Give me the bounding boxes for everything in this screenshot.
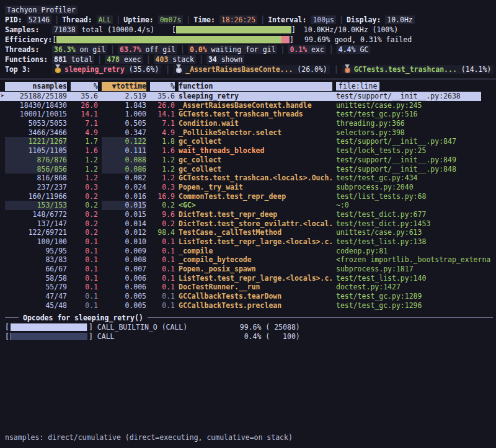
table-row[interactable]: 160/119660.20.01616.9CommonTest.test_rep… (0, 192, 481, 201)
table-row[interactable]: 100/1000.10.0100.1ListTest.test_repr_lar… (0, 237, 481, 247)
table-row[interactable]: 58/580.10.0060.1ListTest.test_repr_large… (0, 274, 481, 283)
nsamples-cell-text: 100/100 (37, 237, 67, 246)
file-line-cell: test/test_dict.py:677 (336, 210, 481, 219)
nsamples-cell: 816/868 (5, 173, 67, 183)
column-header-pct-cumulative[interactable]: % (150, 82, 175, 91)
table-row[interactable]: 95/950.10.0090.1_compilecodeop.py:81 (0, 247, 481, 256)
bar-bracket: [ (5, 323, 9, 332)
table-row[interactable]: 47/470.10.0050.1GCCallbackTests.tearDown… (0, 292, 481, 301)
column-header-function[interactable]: function (179, 82, 332, 91)
column-header-file-line[interactable]: file:line (336, 82, 481, 91)
pct-direct-cell: 1.2 (71, 173, 98, 183)
table-row[interactable]: 122/697210.20.01298.4TestCase._callTestM… (0, 228, 481, 237)
function-cell: GCTests.test_trashcan.<locals>.Ouch... (179, 173, 332, 183)
functions-segment-shown: 34 shown (206, 55, 244, 64)
table-row[interactable]: ➤25188/2518935.62.51935.6sleeping_retryt… (0, 92, 481, 101)
nsamples-cell-text: 1221/1267 (5, 137, 67, 146)
pct-direct-cell: 0.2 (71, 219, 98, 229)
nsamples-cell-text: 816/868 (37, 173, 67, 182)
table-row[interactable]: 66/670.10.0070.1Popen._posix_spawnsubpro… (0, 265, 481, 274)
nsamples-cell: 160/11966 (5, 192, 67, 201)
bar-bracket: [ (172, 25, 176, 34)
table-row[interactable]: 18430/1843026.01.84326.0_AssertRaisesBas… (0, 101, 481, 110)
tottime-cell-text: 0.007 (125, 265, 146, 273)
file-line-cell: unittest/case.py:613 (336, 228, 481, 237)
table-row[interactable]: 876/8761.20.0881.2gc_collecttest/support… (0, 156, 481, 165)
table-row[interactable]: 5053/50537.10.5057.1Condition.waitthread… (0, 119, 481, 128)
pct-direct-cell-text: 0.1 (85, 292, 98, 301)
opcode-stat: 99.6% ( 25088) (240, 323, 300, 332)
table-row[interactable]: 153/1530.20.0150.2<GC>~:0 (0, 201, 481, 210)
pct-cumulative-cell: 4.9 (150, 128, 175, 138)
function-cell: DictTest.test_repr_deep (179, 210, 332, 219)
table-row[interactable]: 816/8681.20.0821.2GCTests.test_trashcan.… (0, 173, 481, 183)
pct-direct-cell-text: 0.1 (85, 283, 98, 291)
pct-direct-cell-text: 0.1 (85, 255, 98, 264)
file-line-cell: threading.py:366 (336, 119, 481, 128)
table-row[interactable]: 45/480.10.0050.1GCCallbackTests.preclean… (0, 301, 481, 310)
pct-direct-cell: 0.1 (71, 237, 98, 247)
table-row[interactable]: 137/1470.20.0140.2DictTest.test_store_ev… (0, 219, 481, 229)
table-row[interactable]: 10001/1001514.11.00014.1GCTests.test_tra… (0, 110, 481, 119)
pct-cumulative-cell-text: 0.1 (162, 274, 175, 283)
pct-cumulative-cell-text: 16.9 (157, 192, 175, 201)
tottime-cell: 0.012 (102, 228, 146, 237)
table-row[interactable]: 237/2370.30.0240.3Popen._try_waitsubproc… (0, 183, 481, 192)
table-row[interactable]: 55/790.10.0060.1DocTestRunner.__rundocte… (0, 283, 481, 292)
file-line-cell-text: test/test_gc.py:1296 (336, 301, 422, 310)
table-row[interactable]: 148/67720.20.0159.6DictTest.test_repr_de… (0, 210, 481, 219)
pct-cumulative-cell-text: 9.6 (162, 210, 175, 219)
column-header-nsamples[interactable]: nsamples (5, 82, 67, 91)
function-cell: CommonTest.test_repr_deep (179, 192, 332, 201)
tottime-cell-text: 0.006 (125, 274, 146, 283)
function-cell-text: GCCallbackTests.preclean (179, 301, 281, 310)
samples-rate-text: 10.0KHz/10.0KHz (100%) (304, 25, 398, 34)
pct-direct-cell: 0.1 (71, 274, 98, 283)
threads-value: 0.0% (190, 45, 207, 54)
separator-bar: │ (326, 45, 337, 54)
tottime-cell: 0.009 (102, 247, 146, 256)
pct-direct-cell-text: 7.1 (85, 119, 98, 128)
table-row[interactable]: 1221/12671.70.1221.8gc_collecttest/suppo… (0, 137, 481, 146)
threads-segment-off-gil: 63.7% off gil (118, 45, 177, 54)
nsamples-cell-text: 137/147 (37, 219, 67, 228)
file-line-cell: test/support/__init__.py:848 (336, 165, 481, 174)
function-cell: Condition.wait (179, 119, 332, 128)
table-row[interactable]: 83/830.10.0080.1_compile_bytecode<frozen… (0, 255, 481, 265)
tottime-cell: 0.082 (102, 173, 146, 183)
table-row[interactable]: 3466/34664.90.3474.9_PollLikeSelector.se… (0, 128, 481, 138)
pct-cumulative-cell-text: 0.1 (162, 283, 175, 291)
nsamples-cell: 100/100 (5, 237, 67, 247)
footer: nsamples: direct/cumulative (direct=exec… (0, 413, 496, 448)
threads-text: GC (355, 45, 368, 54)
file-line-cell-text: subprocess.py:2040 (336, 183, 414, 191)
top3-item-1: sleeping_retry (35.6%) (52, 65, 161, 74)
tottime-cell-text: 0.024 (125, 183, 146, 191)
efficiency-label: Efficiency: (5, 35, 52, 44)
tottime-cell-text: 0.014 (125, 219, 146, 228)
top3-function-name: _AssertRaisesBaseConte... (185, 65, 293, 74)
efficiency-failed-segment (281, 36, 290, 43)
column-header-pct-direct[interactable]: % (71, 82, 98, 91)
pct-cumulative-cell-text: 0.1 (162, 255, 175, 264)
function-cell: gc_collect (179, 137, 332, 146)
tottime-cell: 0.006 (102, 283, 146, 292)
file-line-cell-text: unittest/case.py:613 (336, 228, 422, 237)
file-line-cell-text: codeop.py:81 (336, 247, 388, 255)
tottime-cell-text: 0.008 (125, 255, 146, 264)
status-pid-label: PID: (5, 15, 27, 24)
nsamples-cell-text: 83/83 (45, 255, 67, 264)
pct-direct-cell: 0.1 (71, 255, 98, 265)
threads-segment-on-gil: 36.3% on gil (52, 45, 107, 54)
table-row[interactable]: 856/8561.20.0861.2gc_collecttest/support… (0, 165, 481, 174)
top3-line: Top 3:sleeping_retry (35.6%)│_AssertRais… (0, 64, 496, 74)
table-row[interactable]: 1105/11051.60.1111.6wait_threads_blocked… (0, 146, 481, 156)
tottime-cell-text: 0.006 (125, 283, 146, 291)
function-cell-text: TestCase._callTestMethod (179, 228, 281, 237)
column-header-tottime-sorted[interactable]: ▼tottime (102, 82, 146, 91)
function-cell: _compile_bytecode (179, 255, 332, 265)
pct-cumulative-cell: 9.6 (150, 210, 175, 219)
file-line-cell: test/support/__init__.py:849 (336, 156, 481, 165)
function-cell-text: GCTests.test_trashcan_threads (179, 110, 303, 118)
pct-direct-cell-text: 0.1 (85, 237, 98, 246)
